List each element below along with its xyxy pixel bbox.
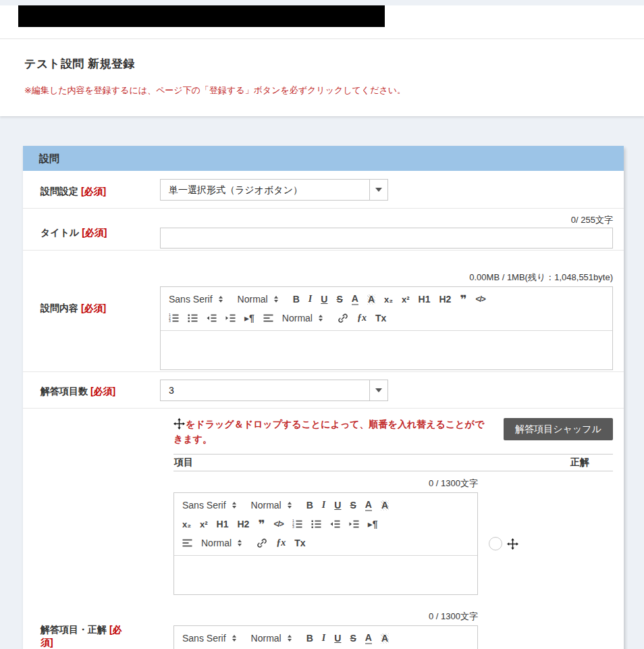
item-count-select-value: 3 [161,380,369,400]
subscript-icon[interactable]: x₂ [384,295,393,304]
highlight-color-icon[interactable]: A [381,633,389,644]
answer-item-row: Sans SerifNormalBIUSAAx₂x²H1H2❞</>123▸¶N… [173,492,613,595]
required-badge: [必須] [81,186,106,197]
title-field: 0/ 255文字 [160,209,624,250]
title-label: タイトル [必須] [23,209,160,250]
section-header: 設問 [23,146,624,171]
underline-icon[interactable]: U [334,500,341,510]
code-block-icon[interactable]: </> [475,295,485,303]
blockquote-icon[interactable]: ❞ [258,519,265,530]
bold-icon[interactable]: B [306,633,313,643]
size-select[interactable]: Normal [238,294,278,305]
text-color-icon[interactable]: A [365,633,372,644]
italic-icon[interactable]: I [308,294,312,304]
content-editor-textarea[interactable] [161,331,612,369]
question-type-select-value: 単一選択形式（ラジオボタン） [161,180,369,200]
clean-format-icon[interactable]: Tx [375,313,386,323]
outdent-icon[interactable] [330,519,340,529]
row-content: 設問内容 [必須] 0.00MB / 1MB(残り：1,048,551byte)… [23,251,624,372]
text-color-icon[interactable]: A [352,294,358,305]
answer-item-editor-toolbar: Sans SerifNormalBIUSAAx₂x²H1H2❞</>123▸¶N… [174,626,477,649]
italic-icon[interactable]: I [322,633,325,643]
indent-icon[interactable] [349,519,359,529]
italic-icon[interactable]: I [322,500,325,510]
blockquote-icon[interactable]: ❞ [460,294,466,305]
answer-item-editor-textarea[interactable] [174,556,477,594]
ordered-list-icon[interactable]: 123 [169,313,179,323]
size-select[interactable]: Normal [251,500,292,511]
bold-icon[interactable]: B [293,294,300,304]
chevron-down-icon[interactable] [369,180,387,200]
align-icon[interactable] [182,538,192,548]
toolbar-row: NormalƒxTx [182,534,469,552]
toolbar-row: Sans SerifNormalBIUSAA [182,496,469,514]
drag-handle-move-icon[interactable] [507,538,518,550]
title-input[interactable] [160,228,613,249]
content-field: 0.00MB / 1MB(残り：1,048,551byte) Sans Seri… [160,251,624,371]
answers-note-row: をドラッグ＆ドロップすることによって、順番を入れ替えることができます。 解答項目… [173,418,613,446]
toolbar-row: Sans SerifNormalBIUSAAx₂x²H1H2❞</> [169,290,604,308]
column-header-correct: 正解 [570,457,589,469]
highlight-color-icon[interactable]: A [367,294,375,305]
superscript-icon[interactable]: x² [200,520,208,529]
direction-icon[interactable]: ▸¶ [368,519,378,529]
size-select-label: Normal [238,294,268,305]
question-type-field: 単一選択形式（ラジオボタン） [160,171,624,208]
underline-icon[interactable]: U [321,294,327,304]
font-select[interactable]: Sans Serif [169,294,223,305]
text-color-icon[interactable]: A [365,500,372,511]
question-type-select[interactable]: 単一選択形式（ラジオボタン） [160,179,388,201]
formula-icon[interactable]: ƒx [357,313,367,323]
header1-icon[interactable]: H1 [419,294,431,304]
svg-text:3: 3 [292,525,294,529]
chevron-down-icon[interactable] [369,380,387,400]
header2-icon[interactable]: H2 [237,519,249,529]
required-badge: [必須] [90,386,115,396]
title-char-counter: 0/ 255文字 [160,213,613,226]
font-select[interactable]: Sans Serif [182,633,236,644]
superscript-icon[interactable]: x² [402,295,410,304]
correct-answer-radio[interactable] [489,537,502,550]
header2-icon[interactable]: H2 [439,294,452,304]
size-select[interactable]: Normal [251,633,292,644]
align-icon[interactable] [263,313,273,323]
line-height-select[interactable]: Normal [201,538,242,548]
highlight-color-icon[interactable]: A [381,500,389,511]
answer-item: 0 / 1300文字 Sans SerifNormalBIUSAAx₂x²H1H… [173,610,613,649]
formula-icon[interactable]: ƒx [276,538,286,548]
subscript-icon[interactable]: x₂ [182,520,191,529]
direction-icon[interactable]: ▸¶ [244,313,254,323]
code-block-icon[interactable]: </> [273,520,283,528]
bullet-list-icon[interactable] [311,519,321,529]
underline-icon[interactable]: U [334,633,341,643]
content-editor: Sans SerifNormalBIUSAAx₂x²H1H2❞</>123▸¶N… [160,286,613,370]
strike-icon[interactable]: S [350,500,356,510]
answer-item-row: Sans SerifNormalBIUSAAx₂x²H1H2❞</>123▸¶N… [173,625,613,649]
strike-icon[interactable]: S [350,633,356,643]
content-size-counter: 0.00MB / 1MB(残り：1,048,551byte) [160,271,613,284]
move-icon [173,418,185,433]
size-select-label: Normal [251,500,281,511]
strike-icon[interactable]: S [336,294,342,304]
bullet-list-icon[interactable] [188,313,198,323]
header1-icon[interactable]: H1 [217,519,229,529]
toolbar-row: x₂x²H1H2❞</>123▸¶ [182,515,469,533]
shuffle-items-button[interactable]: 解答項目シャッフル [504,418,613,440]
updown-arrows-icon [232,635,236,642]
updown-arrows-icon [232,502,236,509]
clean-format-icon[interactable]: Tx [294,538,305,548]
answer-item-char-counter: 0 / 1300文字 [173,477,478,490]
bold-icon[interactable]: B [306,500,313,510]
answer-item-editor: Sans SerifNormalBIUSAAx₂x²H1H2❞</>123▸¶N… [173,492,478,595]
item-count-select[interactable]: 3 [160,380,388,401]
ordered-list-icon[interactable]: 123 [292,519,302,529]
outdent-icon[interactable] [207,313,217,323]
correct-cell [489,537,518,550]
answer-item-editor-toolbar: Sans SerifNormalBIUSAAx₂x²H1H2❞</>123▸¶N… [174,493,477,556]
link-icon[interactable] [257,538,267,548]
line-height-select[interactable]: Normal [282,313,323,323]
link-icon[interactable] [338,313,348,323]
indent-icon[interactable] [225,313,236,323]
font-select[interactable]: Sans Serif [182,500,236,511]
updown-arrows-icon [288,502,292,509]
